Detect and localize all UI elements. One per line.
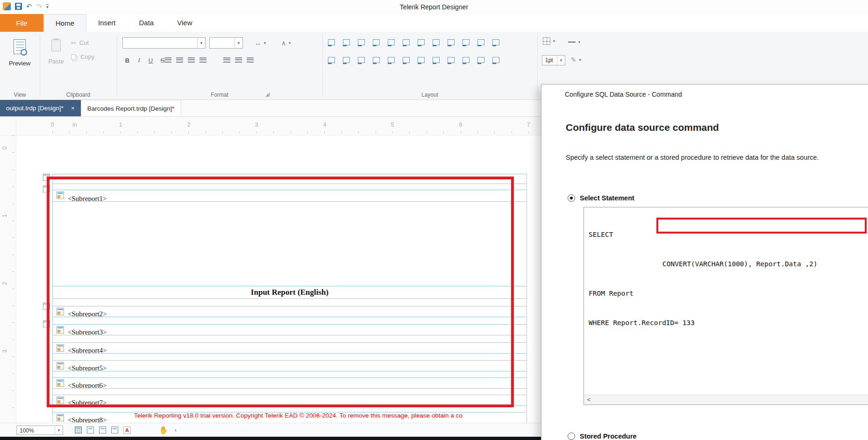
align-bottom-icon[interactable] [247, 57, 254, 63]
section-icon[interactable] [43, 303, 50, 310]
spacing-vertical-increase-icon[interactable] [402, 56, 411, 64]
spacing-horizontal-equal-icon[interactable] [327, 56, 336, 64]
send-to-back-icon[interactable] [477, 56, 485, 64]
subreport-item-3[interactable]: <Subreport3> [52, 324, 527, 335]
report-title-textbox[interactable]: Input Report (English) [52, 286, 527, 299]
tab-home[interactable]: Home [43, 14, 86, 32]
scroll-left-icon[interactable]: < [584, 395, 594, 405]
grid-options-icon[interactable] [491, 38, 500, 46]
snap-to-snaplines-icon[interactable] [477, 38, 485, 46]
italic-button[interactable]: I [134, 55, 144, 65]
subreport-label: <Subreport4> [68, 347, 107, 354]
font-family-combo[interactable]: ▼ [122, 37, 206, 49]
align-bottom-edges-icon[interactable] [402, 38, 411, 46]
sql-text: SELECT CONVERT(VARCHAR(1000), Report.Dat… [584, 207, 868, 350]
spacing-vertical-equal-icon[interactable] [387, 56, 396, 64]
zoom-combo[interactable]: 100% ▼ [16, 426, 63, 435]
align-top-icon[interactable] [223, 57, 230, 63]
subreport-item-4[interactable]: <Subreport4> [52, 342, 527, 354]
stored-procedure-radio[interactable]: Stored Procedure [568, 433, 637, 440]
tab-data[interactable]: Data [128, 14, 166, 32]
subreport-icon [57, 344, 64, 352]
align-vertical-centers-icon[interactable] [342, 38, 351, 46]
underline-button[interactable]: U [146, 55, 156, 65]
align-middle-icon[interactable] [235, 57, 242, 63]
snap-to-grid-icon[interactable] [87, 426, 94, 433]
section-icon[interactable] [43, 174, 50, 181]
borders-dropdown[interactable]: ▼ [543, 37, 556, 45]
scroll-left-icon[interactable]: ‹ [175, 427, 177, 433]
align-right-edges-icon[interactable] [357, 38, 366, 46]
tab-insert[interactable]: Insert [86, 14, 128, 32]
arrange-icon[interactable] [491, 56, 500, 64]
sql-statement-textarea[interactable]: SELECT CONVERT(VARCHAR(1000), Report.Dat… [583, 207, 868, 405]
spacing-horizontal-decrease-icon[interactable] [357, 56, 366, 64]
doc-tab-output[interactable]: output.trdp [Design]* × [0, 100, 81, 116]
select-statement-radio[interactable]: Select Statement [568, 194, 634, 202]
window-title: Telerik Report Designer [0, 3, 868, 11]
line-style-dropdown[interactable]: ▼ [568, 38, 581, 46]
show-grid-icon[interactable] [75, 426, 82, 433]
align-horizontal-centers-icon[interactable] [387, 38, 396, 46]
file-tab[interactable]: File [0, 14, 43, 32]
close-icon[interactable]: × [71, 105, 75, 112]
watermark-icon[interactable]: A [123, 426, 131, 434]
line-width-combo[interactable]: 1pt ▼ [542, 55, 565, 65]
bring-to-front-icon[interactable] [462, 56, 470, 64]
align-center-icon[interactable] [176, 57, 183, 63]
size-same-height-icon[interactable] [432, 38, 441, 46]
group-separator [322, 35, 323, 96]
subreport-item-6[interactable]: <Subreport6> [52, 377, 527, 389]
snap-to-grid-icon[interactable] [462, 38, 470, 46]
subreport-item-1[interactable]: <Subreport1> [52, 190, 527, 202]
horizontal-scrollbar[interactable]: < [584, 395, 868, 405]
spacing-vertical-decrease-icon[interactable] [417, 56, 426, 64]
align-left-icon[interactable] [164, 57, 171, 63]
chevron-down-icon[interactable]: ▼ [235, 38, 242, 48]
bold-button[interactable]: B [122, 55, 132, 65]
section-icon[interactable] [43, 185, 50, 192]
radio-icon[interactable] [568, 433, 575, 440]
ruler-mark: 2 [1, 282, 8, 285]
align-left-edges-icon[interactable] [327, 38, 336, 46]
preview-button[interactable]: Preview [4, 35, 36, 85]
group-separator [117, 35, 117, 96]
copy-button[interactable]: Copy [71, 53, 94, 60]
line-color-dropdown[interactable]: ✎ ▼ [571, 56, 582, 64]
align-right-icon[interactable] [188, 57, 195, 63]
format-dialog-launcher-icon[interactable] [265, 92, 270, 97]
paste-icon [51, 39, 61, 51]
chevron-down-icon[interactable]: ▼ [557, 56, 565, 65]
spacing-vertical-remove-icon[interactable] [432, 56, 441, 64]
ruler-mark: 2 [187, 121, 191, 128]
font-size-combo[interactable]: ▼ [209, 37, 243, 49]
section-icon[interactable] [43, 320, 50, 327]
align-top-edges-icon[interactable] [372, 38, 381, 46]
subreport-item-2[interactable]: <Subreport2> [52, 306, 527, 317]
empty-report-row[interactable] [52, 174, 527, 184]
size-same-both-icon[interactable] [447, 38, 455, 46]
spacing-horizontal-remove-icon[interactable] [372, 56, 381, 64]
size-same-width-icon[interactable] [417, 38, 426, 46]
doc-tab-barcodes-report[interactable]: Barcodes Report.trdp [Design]* [81, 100, 181, 116]
paste-button[interactable]: Paste [45, 35, 67, 85]
text-direction-dropdown[interactable]: ↔ ▼ [255, 39, 267, 47]
text-case-dropdown[interactable]: ∧ ▼ [281, 39, 292, 47]
radio-icon[interactable] [568, 194, 575, 202]
spacing-horizontal-increase-icon[interactable] [342, 56, 351, 64]
pan-hand-icon[interactable]: ✋ [159, 426, 168, 434]
tab-view[interactable]: View [165, 14, 204, 32]
chevron-down-icon[interactable]: ▼ [55, 426, 63, 434]
cut-button[interactable]: ✂ Cut [71, 39, 89, 46]
cut-icon: ✂ [71, 40, 77, 46]
chevron-down-icon[interactable]: ▼ [197, 38, 205, 48]
subreport-item-5[interactable]: <Subreport5> [52, 360, 527, 371]
zoom-value: 100% [17, 426, 55, 434]
show-sections-icon[interactable] [99, 426, 106, 433]
align-justify-icon[interactable] [199, 57, 206, 63]
text-align-buttons [164, 57, 206, 63]
show-rulers-icon[interactable] [111, 426, 118, 433]
align-to-grid-icon[interactable] [447, 56, 455, 64]
subreport-item-7[interactable]: <Subreport7> [52, 395, 527, 406]
ribbon-tab-strip: File Home Insert Data View [0, 14, 868, 32]
